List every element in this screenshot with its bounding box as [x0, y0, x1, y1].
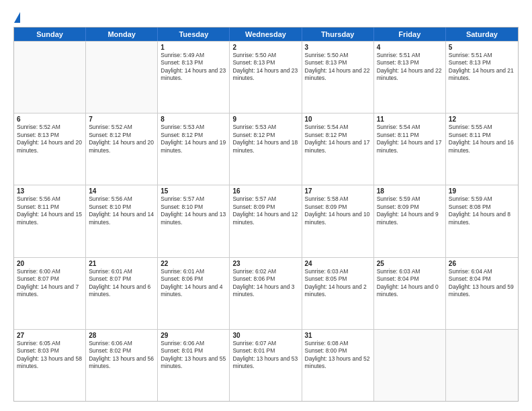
header-day-friday: Friday: [374, 28, 446, 41]
cell-info-line: Sunset: 8:07 PM: [17, 275, 83, 283]
day-number: 1: [161, 44, 226, 51]
calendar-cell-13: 13Sunrise: 5:56 AMSunset: 8:11 PMDayligh…: [14, 185, 86, 257]
cell-info-line: Sunrise: 5:56 AM: [17, 195, 83, 203]
header-day-wednesday: Wednesday: [230, 28, 302, 41]
cell-info-line: Sunset: 8:00 PM: [305, 347, 371, 355]
cell-info-line: Sunset: 8:09 PM: [377, 203, 443, 211]
cell-info-line: Sunrise: 6:04 AM: [449, 268, 515, 275]
calendar-cell-29: 29Sunrise: 6:06 AMSunset: 8:01 PMDayligh…: [158, 330, 230, 401]
day-number: 29: [161, 332, 226, 339]
day-number: 27: [17, 332, 83, 339]
calendar-cell-17: 17Sunrise: 5:58 AMSunset: 8:09 PMDayligh…: [302, 185, 374, 257]
cell-info-line: Sunrise: 5:51 AM: [377, 52, 443, 59]
cell-info-line: Sunrise: 5:49 AM: [161, 52, 226, 59]
calendar-cell-9: 9Sunrise: 5:53 AMSunset: 8:12 PMDaylight…: [230, 113, 302, 185]
cell-info-line: Sunrise: 6:06 AM: [89, 340, 154, 347]
calendar-cell-25: 25Sunrise: 6:03 AMSunset: 8:04 PMDayligh…: [374, 258, 446, 329]
calendar-row-1: 6Sunrise: 5:52 AMSunset: 8:13 PMDaylight…: [14, 113, 518, 185]
day-number: 31: [305, 332, 371, 339]
day-number: 25: [377, 260, 443, 267]
logo: [13, 12, 21, 20]
calendar-cell-23: 23Sunrise: 6:02 AMSunset: 8:06 PMDayligh…: [230, 258, 302, 329]
header-day-tuesday: Tuesday: [158, 28, 230, 41]
day-number: 18: [377, 187, 443, 195]
day-number: 11: [377, 116, 443, 123]
cell-info-line: Daylight: 13 hours and 52 minutes.: [305, 355, 371, 371]
cell-info-line: Daylight: 14 hours and 14 minutes.: [89, 211, 154, 226]
cell-info-line: Sunset: 8:13 PM: [305, 59, 371, 66]
cell-info-line: Daylight: 14 hours and 7 minutes.: [17, 283, 83, 299]
calendar-cell-20: 20Sunrise: 6:00 AMSunset: 8:07 PMDayligh…: [14, 258, 86, 329]
cell-info-line: Sunset: 8:12 PM: [89, 132, 154, 139]
cell-info-line: Daylight: 14 hours and 3 minutes.: [232, 283, 298, 299]
cell-info-line: Daylight: 14 hours and 12 minutes.: [232, 211, 298, 226]
cell-info-line: Daylight: 14 hours and 13 minutes.: [161, 211, 226, 226]
calendar-cell-26: 26Sunrise: 6:04 AMSunset: 8:04 PMDayligh…: [446, 258, 518, 329]
cell-info-line: Sunrise: 5:58 AM: [305, 195, 371, 203]
cell-info-line: Sunset: 8:04 PM: [449, 275, 515, 283]
cell-info-line: Daylight: 14 hours and 22 minutes.: [305, 67, 371, 83]
calendar-cell-28: 28Sunrise: 6:06 AMSunset: 8:02 PMDayligh…: [86, 330, 158, 401]
cell-info-line: Sunrise: 6:01 AM: [89, 268, 154, 275]
calendar-cell-empty-4-5: [374, 330, 446, 401]
cell-info-line: Daylight: 14 hours and 4 minutes.: [161, 283, 226, 299]
day-number: 8: [161, 116, 226, 123]
cell-info-line: Daylight: 14 hours and 2 minutes.: [305, 283, 371, 299]
calendar-row-3: 20Sunrise: 6:00 AMSunset: 8:07 PMDayligh…: [14, 257, 518, 329]
cell-info-line: Sunset: 8:02 PM: [89, 347, 154, 355]
calendar-cell-2: 2Sunrise: 5:50 AMSunset: 8:13 PMDaylight…: [230, 42, 302, 113]
calendar-cell-empty-0-0: [14, 42, 86, 113]
cell-info-line: Sunset: 8:13 PM: [17, 132, 83, 139]
calendar-cell-22: 22Sunrise: 6:01 AMSunset: 8:06 PMDayligh…: [158, 258, 230, 329]
cell-info-line: Sunrise: 5:50 AM: [305, 52, 371, 59]
calendar-cell-3: 3Sunrise: 5:50 AMSunset: 8:13 PMDaylight…: [302, 42, 374, 113]
cell-info-line: Sunset: 8:13 PM: [161, 59, 226, 66]
cell-info-line: Sunset: 8:03 PM: [17, 347, 83, 355]
cell-info-line: Daylight: 14 hours and 22 minutes.: [377, 67, 443, 83]
calendar-cell-31: 31Sunrise: 6:08 AMSunset: 8:00 PMDayligh…: [302, 330, 374, 401]
cell-info-line: Sunset: 8:13 PM: [377, 59, 443, 66]
day-number: 13: [17, 187, 83, 195]
cell-info-line: Daylight: 14 hours and 23 minutes.: [161, 67, 226, 83]
day-number: 23: [232, 260, 298, 267]
calendar-cell-empty-0-1: [86, 42, 158, 113]
cell-info-line: Sunset: 8:12 PM: [161, 132, 226, 139]
cell-info-line: Sunrise: 5:54 AM: [305, 124, 371, 131]
cell-info-line: Sunrise: 6:02 AM: [232, 268, 298, 275]
calendar-row-4: 27Sunrise: 6:05 AMSunset: 8:03 PMDayligh…: [14, 329, 518, 401]
cell-info-line: Sunrise: 6:08 AM: [305, 340, 371, 347]
day-number: 4: [377, 44, 443, 51]
cell-info-line: Daylight: 14 hours and 10 minutes.: [305, 211, 371, 226]
calendar-cell-12: 12Sunrise: 5:55 AMSunset: 8:11 PMDayligh…: [446, 113, 518, 185]
calendar-cell-1: 1Sunrise: 5:49 AMSunset: 8:13 PMDaylight…: [158, 42, 230, 113]
calendar-row-0: 1Sunrise: 5:49 AMSunset: 8:13 PMDaylight…: [14, 41, 518, 113]
cell-info-line: Sunset: 8:13 PM: [232, 59, 298, 66]
calendar-cell-24: 24Sunrise: 6:03 AMSunset: 8:05 PMDayligh…: [302, 258, 374, 329]
cell-info-line: Sunrise: 5:59 AM: [449, 195, 515, 203]
cell-info-line: Daylight: 13 hours and 56 minutes.: [89, 355, 154, 371]
day-number: 12: [449, 116, 515, 123]
cell-info-line: Sunset: 8:05 PM: [305, 275, 371, 283]
header-day-thursday: Thursday: [302, 28, 374, 41]
day-number: 28: [89, 332, 154, 339]
day-number: 24: [305, 260, 371, 267]
calendar-row-2: 13Sunrise: 5:56 AMSunset: 8:11 PMDayligh…: [14, 185, 518, 257]
calendar-cell-30: 30Sunrise: 6:07 AMSunset: 8:01 PMDayligh…: [230, 330, 302, 401]
cell-info-line: Sunset: 8:01 PM: [161, 347, 226, 355]
cell-info-line: Daylight: 14 hours and 23 minutes.: [232, 67, 298, 83]
calendar-cell-5: 5Sunrise: 5:51 AMSunset: 8:13 PMDaylight…: [446, 42, 518, 113]
cell-info-line: Daylight: 14 hours and 6 minutes.: [89, 283, 154, 299]
cell-info-line: Sunrise: 6:07 AM: [232, 340, 298, 347]
day-number: 15: [161, 187, 226, 195]
cell-info-line: Daylight: 14 hours and 17 minutes.: [305, 139, 371, 154]
calendar-cell-19: 19Sunrise: 5:59 AMSunset: 8:08 PMDayligh…: [446, 185, 518, 257]
cell-info-line: Sunrise: 6:05 AM: [17, 340, 83, 347]
calendar-body: 1Sunrise: 5:49 AMSunset: 8:13 PMDaylight…: [14, 41, 518, 401]
header-day-monday: Monday: [86, 28, 158, 41]
header-day-saturday: Saturday: [446, 28, 518, 41]
cell-info-line: Sunrise: 5:50 AM: [232, 52, 298, 59]
cell-info-line: Sunset: 8:08 PM: [449, 203, 515, 211]
cell-info-line: Sunset: 8:06 PM: [232, 275, 298, 283]
page: SundayMondayTuesdayWednesdayThursdayFrid…: [0, 0, 532, 411]
day-number: 19: [449, 187, 515, 195]
